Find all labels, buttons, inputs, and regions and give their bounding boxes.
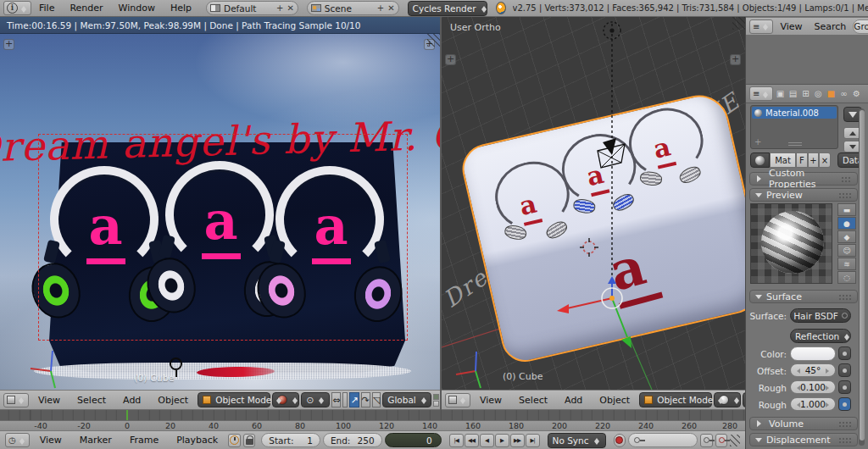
jump-to-start-button[interactable]: |◀ (449, 434, 464, 447)
roughness-u-socket-button[interactable] (838, 380, 851, 394)
solid-viewport[interactable]: Dream angel's by Mr. OWE a a a a (442, 17, 745, 390)
translate-manipulator-button[interactable]: ↗ (349, 392, 359, 407)
add-layout-button[interactable]: + (276, 4, 283, 13)
material-slot-list[interactable]: Material.008 + (750, 105, 838, 149)
outliner-menu-view[interactable]: View (775, 19, 807, 35)
offset-slider[interactable]: 45° (790, 363, 836, 377)
preview-monkey-button[interactable]: ☺ (837, 244, 856, 257)
layers-grid[interactable] (433, 394, 440, 407)
panel-custom-properties[interactable]: Custom Properties (749, 172, 858, 186)
color-socket-button[interactable] (838, 346, 851, 360)
color-swatch[interactable] (790, 346, 836, 361)
lock-button[interactable] (243, 434, 256, 447)
menu-render[interactable]: Render (62, 0, 110, 16)
auto-keyframe-button[interactable] (614, 434, 626, 447)
panel-grip[interactable] (838, 192, 852, 198)
menu-object[interactable]: Object (592, 392, 637, 408)
axis-widget-button[interactable] (342, 392, 348, 407)
material-name-field[interactable] (770, 152, 796, 168)
panel-grip[interactable] (838, 437, 852, 443)
surface-shader-button[interactable]: Hair BSDF (790, 308, 851, 323)
preview-plane-button[interactable]: ▬ (837, 203, 856, 216)
menu-window[interactable]: Window (111, 0, 163, 16)
start-frame-field[interactable]: Start: 1 (261, 433, 320, 447)
panel-volume[interactable]: Volume (749, 417, 858, 430)
area-resize-corner[interactable] (730, 435, 740, 446)
preview-range-button[interactable] (228, 434, 241, 447)
fake-user-button[interactable]: F (796, 152, 808, 168)
menu-select[interactable]: Select (511, 392, 555, 408)
previous-keyframe-button[interactable]: ◀◀ (465, 434, 479, 447)
scale-manipulator-button[interactable]: ◹ (372, 392, 381, 407)
mode-dropdown[interactable]: Object Mode (198, 392, 270, 407)
editor-type-button-3dview[interactable] (445, 393, 470, 407)
rendered-viewport[interactable]: a a a Dream angel's by Mr. OWE (0, 34, 440, 390)
keying-set-field[interactable] (628, 433, 698, 447)
timeline-menu-frame[interactable]: Frame (122, 432, 166, 448)
timeline-ruler[interactable]: -40 -20 0 20 40 60 80 100 120 140 160 18… (0, 420, 745, 430)
panel-preview[interactable]: Preview (749, 188, 858, 202)
editor-type-button-properties[interactable]: ≡ (749, 86, 773, 101)
screen-layout-name[interactable]: Default (224, 3, 273, 14)
preview-particles-button[interactable]: ◌ (837, 271, 856, 284)
end-frame-field[interactable]: End: 250 (323, 433, 382, 447)
material-slot-active[interactable]: Material.008 (752, 107, 837, 119)
browse-material-button[interactable] (750, 152, 770, 168)
add-slot-icon[interactable]: + (754, 137, 761, 147)
editor-type-button-info[interactable]: i (3, 1, 31, 15)
orientation-dropdown[interactable]: Global (382, 392, 431, 407)
scene-name[interactable]: Scene (325, 3, 374, 14)
region-expand-button[interactable] (3, 39, 14, 50)
modifiers-tab-icon[interactable]: ⚙ (850, 87, 862, 100)
menu-add[interactable]: Add (557, 392, 590, 408)
delete-keyframe-button[interactable] (715, 434, 728, 447)
scene-selector[interactable]: Scene + ✕ (307, 1, 399, 15)
constraints-tab-icon[interactable]: ∞ (837, 87, 849, 100)
editor-type-button-3dview[interactable] (3, 393, 29, 407)
add-scene-button[interactable]: + (377, 4, 384, 13)
mode-dropdown[interactable]: Object Mode (639, 392, 712, 407)
panel-grip[interactable] (838, 421, 852, 427)
timeline-menu-view[interactable]: View (32, 432, 70, 448)
outliner-menu-search[interactable]: Search (810, 19, 852, 35)
object-tab-icon[interactable]: ■ (825, 87, 837, 100)
sync-dropdown[interactable]: No Sync (548, 433, 606, 448)
scrollbar[interactable] (859, 108, 865, 446)
roughness-v-socket-button[interactable] (838, 397, 851, 411)
timeline-menu-marker[interactable]: Marker (72, 432, 120, 448)
close-scene-button[interactable]: ✕ (387, 4, 394, 13)
next-keyframe-button[interactable]: ▶▶ (510, 434, 525, 447)
render-layers-tab-icon[interactable]: ▤ (787, 87, 798, 100)
jump-to-end-button[interactable]: ▶| (526, 434, 540, 447)
outliner-display-dropdown[interactable]: Groups (853, 19, 868, 34)
scene-tab-icon[interactable]: ⊞ (799, 87, 811, 100)
menu-view[interactable]: View (472, 392, 509, 408)
play-button[interactable]: ▶ (495, 434, 509, 447)
current-frame-field[interactable]: 0 (385, 433, 442, 447)
close-layout-button[interactable]: ✕ (287, 4, 293, 13)
area-resize-corner[interactable] (732, 17, 745, 30)
preview-cube-button[interactable]: ◆ (837, 230, 856, 243)
menu-add[interactable]: Add (115, 392, 148, 408)
region-expand-button[interactable] (445, 54, 456, 65)
panel-grip[interactable] (841, 176, 852, 182)
editor-type-button-timeline[interactable]: ◷ (5, 433, 30, 447)
new-material-button[interactable]: + (808, 152, 819, 168)
menu-file[interactable]: File (31, 0, 62, 16)
hair-component-dropdown[interactable]: Reflection (790, 329, 851, 343)
offset-socket-button[interactable] (838, 363, 851, 377)
timeline-playhead[interactable] (126, 410, 128, 420)
rotate-manipulator-button[interactable]: ↷ (361, 392, 370, 407)
screen-layout-selector[interactable]: Default + ✕ (206, 1, 298, 15)
panel-surface[interactable]: Surface (749, 290, 858, 303)
roughness-u-slider[interactable]: 0.100 (790, 380, 836, 394)
menu-view[interactable]: View (31, 392, 68, 408)
list-resize-grip[interactable] (788, 142, 802, 146)
preview-sphere-button[interactable]: ● (837, 217, 856, 230)
timeline-menu-playback[interactable]: Playback (169, 432, 225, 448)
render-engine-dropdown[interactable]: Cycles Render (408, 1, 487, 16)
insert-keyframe-button[interactable] (700, 434, 713, 447)
timeline-track[interactable] (0, 410, 745, 420)
menu-help[interactable]: Help (163, 0, 199, 16)
region-expand-button[interactable] (730, 54, 741, 65)
